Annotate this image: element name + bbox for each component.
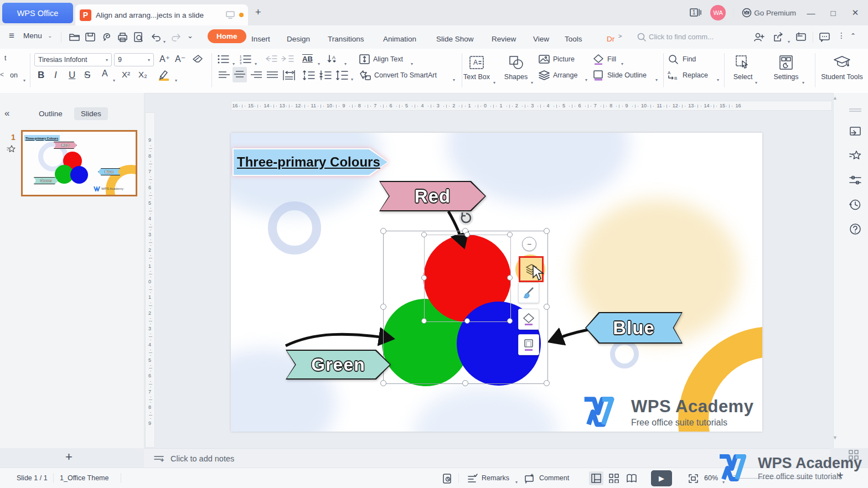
select-caret-icon[interactable]: ▾ [754,76,757,86]
tab-slide-show[interactable]: Slide Show [435,32,475,46]
selection-handle[interactable] [544,228,550,234]
menu-button[interactable]: Menu [23,32,42,40]
align-text-caret-icon[interactable]: ▾ [410,58,413,68]
go-premium-button[interactable]: Go Premium [742,8,796,18]
slide-star-icon[interactable] [6,144,16,153]
student-tools-button[interactable]: Student Tools [818,54,866,81]
play-slideshow-button[interactable]: ▶ [651,470,672,486]
clear-format-eraser-icon[interactable] [192,54,205,65]
replace-button[interactable]: Replace [683,71,708,79]
picture-icon[interactable] [538,54,550,64]
line-spacing-caret-icon[interactable]: ▾ [350,73,353,83]
print-icon[interactable] [117,32,129,43]
bullet-caret-icon[interactable]: ▾ [231,58,235,68]
collapse-ribbon-icon[interactable]: ⌃ [850,32,856,40]
minimize-button[interactable]: — [804,8,818,18]
rotate-handle-icon[interactable] [458,210,474,226]
notes-bar[interactable]: Click to add notes [144,448,830,468]
layout-grid-icon[interactable] [848,449,859,460]
scroll-up-icon[interactable]: ▲ [833,95,838,101]
font-name-select[interactable]: Tiresias Infofont▾ [34,53,112,66]
slide-thumbnail[interactable]: Three-primary Colours Red Blue Green WPS… [21,130,137,196]
red-circle-selection-box[interactable] [424,235,511,322]
text-direction-caret-icon[interactable]: ▾ [317,58,320,68]
collapse-panel-icon[interactable]: « [4,108,9,119]
selection-handle[interactable] [507,275,513,281]
redo-icon[interactable] [170,32,182,42]
align-right-icon[interactable] [250,70,262,80]
align-center-button-active[interactable] [232,67,247,82]
font-color-button[interactable]: A [102,69,108,79]
distribute-icon[interactable] [282,69,296,81]
selection-handle[interactable] [462,380,468,386]
share-icon[interactable] [772,32,786,43]
fill-color-tool[interactable] [518,309,539,330]
bold-button[interactable]: B [38,70,44,81]
hamburger-icon[interactable]: ≡ [9,30,14,41]
view-reading-icon[interactable] [626,474,637,483]
fit-slide-icon[interactable] [688,474,699,484]
selection-handle[interactable] [507,232,513,237]
decrease-font-button[interactable]: A⁻ [175,54,185,64]
tab-design[interactable]: Design [286,32,311,46]
slide-outline-icon[interactable] [592,70,604,81]
task-window-icon[interactable] [442,473,453,484]
clipped-group-label-bottom[interactable]: on [10,71,18,79]
smartart-icon[interactable] [359,69,372,81]
zoom-caret-icon[interactable]: ▾ [721,476,725,486]
slide-outline-button[interactable]: Slide Outline [607,71,647,79]
tab-drawing-tools-clipped[interactable]: Dr [606,32,616,46]
more-vertical-icon[interactable]: ⋮ [838,31,845,40]
history-icon[interactable] [848,198,862,211]
tab-animation[interactable]: Animation [382,32,417,46]
help-icon[interactable] [848,222,862,236]
selection-handle[interactable] [544,304,550,310]
tab-view[interactable]: View [532,32,550,46]
effects-star-icon[interactable] [848,149,862,163]
text-direction-button[interactable]: AB [302,55,313,63]
text-rotate-caret-icon[interactable]: ▾ [343,58,347,68]
arrange-icon[interactable] [538,70,550,81]
search-input[interactable]: Click to find comm... [649,33,714,41]
document-tab[interactable]: P Align and arrang...jects in a slide [75,4,248,25]
zoom-level[interactable]: 60% [704,474,718,482]
selection-handle[interactable] [507,318,513,324]
text-rotate-icon[interactable]: A [327,54,341,65]
fill-icon[interactable] [592,54,604,65]
maximize-button[interactable]: □ [826,8,840,18]
open-file-icon[interactable] [69,32,81,43]
align-text-icon[interactable] [359,54,371,65]
settings-button[interactable]: Settings [769,54,803,81]
align-left-icon[interactable] [218,70,230,80]
tabs-overflow-chevron-icon[interactable]: > [618,33,622,39]
select-button[interactable]: Select [728,54,757,81]
undo-caret-icon[interactable]: ▾ [162,35,166,45]
subscript-button[interactable]: X₂ [138,70,147,79]
print-preview-icon[interactable] [133,32,145,43]
increase-indent-icon[interactable] [281,54,294,64]
theme-name[interactable]: 1_Office Theme [60,474,108,482]
selection-handle[interactable] [380,380,386,386]
green-label-banner[interactable]: Green [286,350,391,380]
find-icon[interactable] [668,54,680,65]
text-box-button[interactable]: A Text Box [459,54,494,81]
tab-review[interactable]: Review [490,32,517,46]
selection-handle[interactable] [464,232,470,237]
ribbon-scroll-left-icon[interactable]: < [0,71,4,79]
shapes-button[interactable]: Shapes [499,54,533,81]
tab-outline[interactable]: Outline [32,107,69,120]
bullet-list-icon[interactable] [217,54,230,64]
present-window-icon[interactable] [848,125,862,138]
style-brush-tool[interactable] [518,282,539,303]
smartart-caret-icon[interactable]: ▾ [452,74,455,84]
tab-home[interactable]: Home [208,29,246,43]
settings-caret-icon[interactable]: ▾ [801,76,804,86]
outline-color-tool[interactable] [518,334,539,355]
picture-button[interactable]: Picture [553,55,575,63]
red-label-banner[interactable]: Red [379,181,486,211]
arrange-caret-icon[interactable]: ▾ [584,74,587,84]
selection-handle[interactable] [421,232,427,237]
blue-label-banner[interactable]: Blue [585,312,683,344]
fill-caret-icon[interactable]: ▾ [620,58,623,68]
decrease-indent-icon[interactable] [265,54,278,64]
